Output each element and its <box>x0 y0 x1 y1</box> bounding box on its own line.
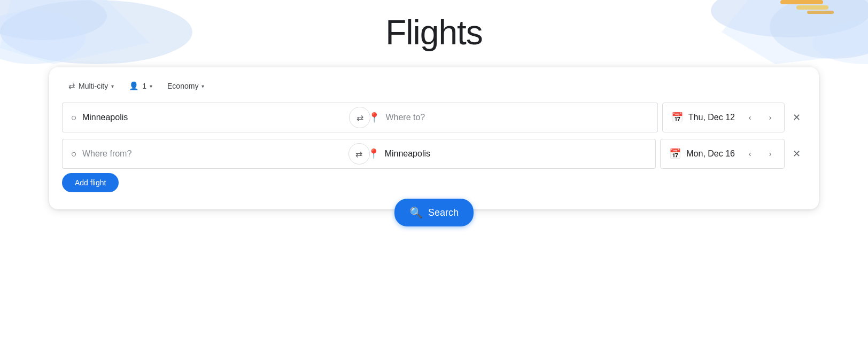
controls-row: ⇄ Multi-city ▾ 👤 1 ▾ Economy ▾ <box>62 78 806 94</box>
svg-rect-9 <box>796 5 828 10</box>
close-icon-1: ✕ <box>793 112 801 123</box>
date-next-button-2[interactable]: › <box>761 144 780 163</box>
date-section-2: 📅 Mon, Dec 16 ‹ › ✕ <box>660 139 806 169</box>
cabin-class-button[interactable]: Economy ▾ <box>161 79 211 93</box>
search-icon: 🔍 <box>409 206 423 219</box>
date-field-1[interactable]: 📅 Thu, Dec 12 ‹ › <box>662 103 785 132</box>
flight-row-1: ○ Minneapolis ⇄ 📍 Where to? 📅 Thu, Dec 1… <box>62 103 806 132</box>
field-group-1: ○ Minneapolis ⇄ 📍 Where to? <box>62 103 658 132</box>
flights-rows: ○ Minneapolis ⇄ 📍 Where to? 📅 Thu, Dec 1… <box>62 103 806 169</box>
cabin-class-chevron: ▾ <box>201 83 204 89</box>
swap-button-2[interactable]: ⇄ <box>348 143 370 164</box>
add-flight-button[interactable]: Add flight <box>62 173 119 192</box>
trip-type-chevron: ▾ <box>111 83 114 89</box>
date-next-button-1[interactable]: › <box>761 108 780 127</box>
search-label: Search <box>428 207 459 218</box>
destination-field-2[interactable]: 📍 Minneapolis <box>359 139 656 169</box>
origin-placeholder-2: Where from? <box>82 149 131 159</box>
swap-icon-2: ⇄ <box>355 149 362 159</box>
date-prev-button-2[interactable]: ‹ <box>740 144 759 163</box>
date-nav-2: ‹ › <box>740 144 780 163</box>
remove-flight-1-button[interactable]: ✕ <box>787 108 806 127</box>
swap-icon-1: ⇄ <box>356 113 363 123</box>
page-title: Flights <box>0 13 868 52</box>
person-icon: 👤 <box>129 81 139 91</box>
trip-type-button[interactable]: ⇄ Multi-city ▾ <box>62 78 120 94</box>
calendar-icon-1: 📅 <box>671 112 683 123</box>
destination-placeholder-1: Where to? <box>385 113 425 122</box>
origin-circle-icon-1: ○ <box>71 112 77 123</box>
swap-button-1[interactable]: ⇄ <box>349 107 370 128</box>
cabin-class-label: Economy <box>167 82 198 90</box>
origin-value-1: Minneapolis <box>82 113 128 122</box>
svg-rect-8 <box>780 0 823 4</box>
flight-row-2: ○ Where from? ⇄ 📍 Minneapolis 📅 Mon, Dec… <box>62 139 806 169</box>
remove-flight-2-button[interactable]: ✕ <box>787 144 806 163</box>
origin-field-1[interactable]: ○ Minneapolis <box>62 103 360 132</box>
search-button[interactable]: 🔍 Search <box>394 199 474 226</box>
calendar-icon-2: 📅 <box>669 148 681 160</box>
destination-value-2: Minneapolis <box>385 149 430 159</box>
multi-city-icon: ⇄ <box>68 81 75 91</box>
passengers-chevron: ▾ <box>150 83 152 89</box>
date-prev-button-1[interactable]: ‹ <box>740 108 759 127</box>
origin-field-2[interactable]: ○ Where from? <box>62 139 359 169</box>
date-section-1: 📅 Thu, Dec 12 ‹ › ✕ <box>662 103 806 132</box>
passengers-button[interactable]: 👤 1 ▾ <box>122 78 159 94</box>
date-field-2[interactable]: 📅 Mon, Dec 16 ‹ › <box>660 139 785 169</box>
date-nav-1: ‹ › <box>740 108 780 127</box>
field-group-2: ○ Where from? ⇄ 📍 Minneapolis <box>62 139 656 169</box>
passengers-label: 1 <box>142 82 146 90</box>
add-flight-label: Add flight <box>75 178 106 187</box>
search-button-container: 🔍 Search <box>0 199 868 226</box>
destination-field-1[interactable]: 📍 Where to? <box>360 103 657 132</box>
search-card: ⇄ Multi-city ▾ 👤 1 ▾ Economy ▾ ○ Minneap… <box>49 67 819 209</box>
date-value-2: Mon, Dec 16 <box>686 149 735 159</box>
close-icon-2: ✕ <box>793 148 801 160</box>
trip-type-label: Multi-city <box>79 82 108 90</box>
origin-circle-icon-2: ○ <box>71 148 77 160</box>
date-value-1: Thu, Dec 12 <box>688 113 735 122</box>
